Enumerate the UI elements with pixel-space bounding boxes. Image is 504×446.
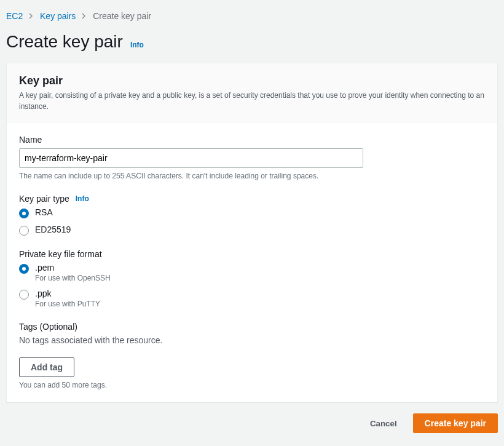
breadcrumb-current: Create key pair bbox=[93, 11, 151, 21]
tags-field: Tags (Optional) No tags associated with … bbox=[19, 322, 485, 389]
panel-title: Key pair bbox=[19, 74, 485, 87]
radio-pem-desc: For use with OpenSSH bbox=[35, 274, 111, 282]
type-label: Key pair type bbox=[19, 194, 69, 204]
key-pair-type-field: Key pair type Info RSA ED25519 bbox=[19, 194, 485, 236]
radio-ppk-desc: For use with PuTTY bbox=[35, 300, 100, 308]
add-tag-button[interactable]: Add tag bbox=[19, 357, 74, 377]
chevron-right-icon bbox=[82, 12, 87, 21]
page-title: Create key pair bbox=[6, 32, 123, 52]
radio-rsa-label: RSA bbox=[35, 207, 53, 217]
radio-pem[interactable] bbox=[19, 264, 29, 274]
chevron-right-icon bbox=[29, 12, 34, 21]
breadcrumb: EC2 Key pairs Create key pair bbox=[6, 6, 498, 28]
name-field: Name The name can include up to 255 ASCI… bbox=[19, 135, 485, 180]
radio-rsa[interactable] bbox=[19, 209, 29, 218]
footer-actions: Cancel Create key pair bbox=[6, 402, 498, 436]
tags-label: Tags (Optional) bbox=[19, 322, 485, 332]
key-pair-panel: Key pair A key pair, consisting of a pri… bbox=[6, 63, 498, 402]
breadcrumb-key-pairs[interactable]: Key pairs bbox=[40, 11, 76, 21]
tags-empty-text: No tags associated with the resource. bbox=[19, 335, 485, 345]
radio-ed25519[interactable] bbox=[19, 226, 29, 236]
panel-description: A key pair, consisting of a private key … bbox=[19, 90, 485, 112]
file-format-field: Private key file format .pem For use wit… bbox=[19, 249, 485, 308]
radio-ed25519-label: ED25519 bbox=[35, 225, 71, 234]
breadcrumb-ec2[interactable]: EC2 bbox=[6, 11, 23, 21]
info-link[interactable]: Info bbox=[130, 41, 144, 49]
radio-pem-label: .pem bbox=[35, 263, 111, 273]
name-label: Name bbox=[19, 135, 485, 145]
type-info-link[interactable]: Info bbox=[76, 194, 89, 203]
panel-header: Key pair A key pair, consisting of a pri… bbox=[7, 63, 497, 122]
radio-ppk-label: .ppk bbox=[35, 289, 100, 298]
radio-ppk[interactable] bbox=[19, 290, 29, 300]
name-input[interactable] bbox=[19, 148, 363, 168]
create-key-pair-button[interactable]: Create key pair bbox=[413, 413, 498, 433]
tags-hint: You can add 50 more tags. bbox=[19, 381, 485, 389]
cancel-button[interactable]: Cancel bbox=[359, 413, 408, 433]
format-label: Private key file format bbox=[19, 249, 485, 259]
name-hint: The name can include up to 255 ASCII cha… bbox=[19, 172, 485, 180]
